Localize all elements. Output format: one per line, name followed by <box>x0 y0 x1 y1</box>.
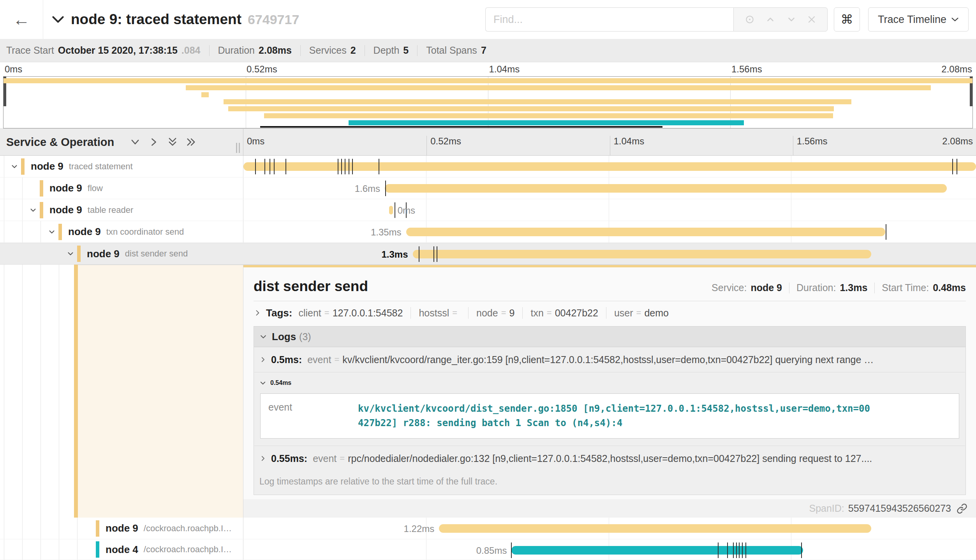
span-duration-label: 0.85ms <box>476 545 507 556</box>
log-entry[interactable]: 0.55ms: event = rpc/nodedialer/nodediale… <box>254 446 965 471</box>
span-name-cell[interactable]: node 9/cockroach.roachpb.I… <box>0 518 243 539</box>
span-row[interactable]: node 9txn coordinator send1.35ms <box>0 221 976 243</box>
span-collapse-icon[interactable] <box>26 206 40 214</box>
minimap-canvas[interactable] <box>3 76 973 128</box>
keyboard-shortcuts-button[interactable]: ⌘ <box>834 7 860 32</box>
expand-all-icon[interactable] <box>186 137 197 147</box>
minimap-span-bar <box>186 85 931 90</box>
operation-name: /cockroach.roachpb.I… <box>144 544 232 555</box>
find-clear-icon[interactable] <box>807 15 816 24</box>
locate-icon[interactable] <box>745 14 755 25</box>
divider <box>468 307 469 319</box>
span-timeline-cell[interactable]: 1.6ms <box>243 177 976 199</box>
span-name-cell[interactable]: node 4/cockroach.roachpb.I… <box>0 539 243 560</box>
summary-label: Depth <box>373 45 400 56</box>
span-row[interactable]: node 9dist sender send1.3ms <box>0 243 976 265</box>
log-entry[interactable]: 0.5ms: event = kv/kvclient/kvcoord/range… <box>254 347 965 372</box>
divider <box>410 307 411 319</box>
span-name-cell[interactable]: node 9txn coordinator send <box>0 221 243 242</box>
log-entry-expanded-header[interactable]: 0.54ms <box>254 372 965 393</box>
span-id-value: 5597415943526560273 <box>848 503 951 514</box>
span-row[interactable]: node 9/cockroach.roachpb.I…1.22ms <box>0 518 976 539</box>
chevron-down-icon <box>259 333 267 341</box>
minimap-tick-label: 1.56ms <box>731 64 762 75</box>
span-id-bar: SpanID: 5597415943526560273 <box>243 499 976 518</box>
service-name: node 9 <box>31 160 63 172</box>
service-color-chip <box>58 224 62 240</box>
summary-label: Duration <box>218 45 255 56</box>
operation-name: /cockroach.roachpb.I… <box>144 523 232 534</box>
collapse-trace-chevron-icon[interactable] <box>52 16 64 23</box>
expand-one-icon[interactable] <box>148 137 159 147</box>
find-box[interactable] <box>485 7 733 32</box>
span-timeline-cell[interactable]: 1.35ms <box>243 221 976 242</box>
span-collapse-icon[interactable] <box>8 162 21 171</box>
logs-header[interactable]: Logs (3) <box>254 327 965 347</box>
span-timeline-cell[interactable] <box>243 156 976 177</box>
view-selector-label: Trace Timeline <box>878 14 946 26</box>
collapse-all-icon[interactable] <box>167 137 178 147</box>
span-name-cell[interactable]: node 9flow <box>0 177 243 199</box>
span-bar[interactable] <box>413 250 872 258</box>
summary-value: October 15 2020, 17:38:15 <box>58 45 178 56</box>
summary-value: 2 <box>351 45 356 56</box>
span-collapse-icon[interactable] <box>45 228 58 236</box>
logs-footer-note: Log timestamps are relative to the start… <box>254 471 965 495</box>
tag-item: node = 9 <box>476 307 514 319</box>
divider <box>789 283 789 293</box>
log-value: rpc/nodedialer/nodedialer.go:132 [n9,cli… <box>348 453 872 464</box>
span-name-cell[interactable]: node 9traced statement <box>0 156 243 177</box>
collapse-one-icon[interactable] <box>130 137 141 147</box>
find-next-icon[interactable] <box>786 14 796 25</box>
minimap-scroll-indicator <box>260 126 662 128</box>
service-color-chip <box>21 158 25 175</box>
meta-value: node 9 <box>750 282 782 293</box>
span-bar[interactable] <box>406 228 885 236</box>
span-row[interactable]: node 4/cockroach.roachpb.I…0.85ms <box>0 539 976 560</box>
span-row[interactable]: node 9table reader0ms <box>0 199 976 221</box>
span-row[interactable]: node 9flow1.6ms <box>0 177 976 199</box>
span-tree-offset <box>78 265 243 518</box>
log-marker <box>285 159 286 174</box>
tags-row[interactable]: Tags: client = 127.0.0.1:54582 hostssl = <box>254 302 966 324</box>
log-marker <box>733 542 734 558</box>
link-icon[interactable] <box>957 503 967 514</box>
find-prev-icon[interactable] <box>765 14 775 25</box>
span-timeline-cell[interactable]: 0.85ms <box>243 539 976 560</box>
span-timeline-cell[interactable]: 1.3ms <box>243 243 976 264</box>
service-color-chip <box>96 520 99 537</box>
tag-item: user = demo <box>614 307 669 319</box>
span-name-cell[interactable]: node 9dist sender send <box>0 243 243 264</box>
tag-item: txn = 00427b22 <box>530 307 598 319</box>
span-bar[interactable] <box>385 184 947 193</box>
span-bar[interactable] <box>439 524 871 533</box>
find-input[interactable] <box>486 8 733 31</box>
divider <box>209 45 210 56</box>
back-button[interactable]: ← <box>0 0 43 39</box>
span-collapse-icon[interactable] <box>64 249 77 258</box>
log-marker <box>338 159 338 174</box>
span-row[interactable]: node 9traced statement <box>0 156 976 177</box>
service-operation-header: Service & Operation <box>0 129 243 155</box>
trace-view-selector[interactable]: Trace Timeline <box>868 7 969 32</box>
log-marker <box>745 542 746 558</box>
span-name-cell[interactable]: node 9table reader <box>0 199 243 221</box>
tag-item: client = 127.0.0.1:54582 <box>298 307 403 319</box>
column-resizer-handle[interactable] <box>236 143 240 153</box>
span-timeline-cell[interactable]: 1.22ms <box>243 518 976 539</box>
divider <box>874 283 875 293</box>
minimap-span-bar <box>349 120 744 125</box>
log-field-key: event <box>261 394 358 438</box>
minimap-span-bar <box>264 113 833 118</box>
span-bar[interactable] <box>243 162 976 171</box>
span-detail-meta: Service: node 9 Duration: 1.3ms Start Ti… <box>712 282 966 293</box>
summary-value-ms: .084 <box>181 45 201 56</box>
span-timeline-cell[interactable]: 0ms <box>243 199 976 221</box>
log-marker <box>957 159 957 174</box>
minimap-span-bar <box>4 78 972 83</box>
span-bar[interactable] <box>389 206 393 214</box>
minimap-span-bar <box>224 99 851 104</box>
span-bar[interactable] <box>511 546 803 555</box>
service-name: node 4 <box>106 544 138 556</box>
service-color-chip <box>40 180 43 197</box>
